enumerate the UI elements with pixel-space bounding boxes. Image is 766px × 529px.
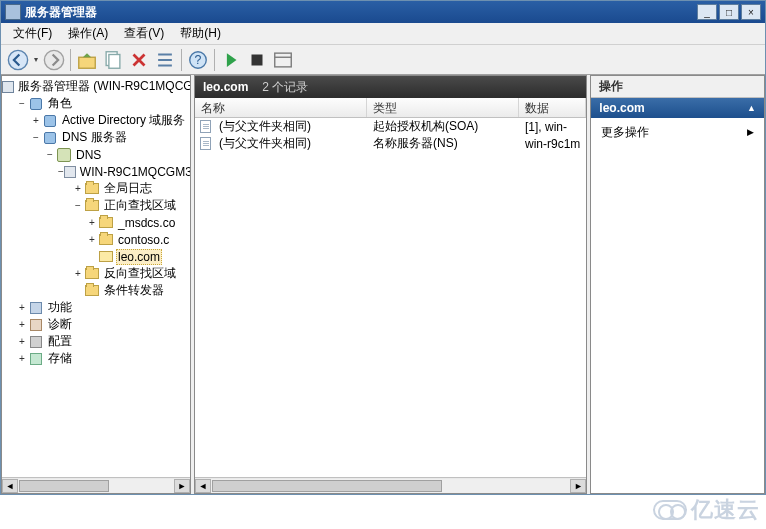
close-button[interactable]: ×	[741, 4, 761, 20]
tree-fwd-zone[interactable]: − 正向查找区域	[2, 197, 190, 214]
stop-icon	[246, 49, 268, 71]
scroll-track[interactable]	[18, 479, 174, 493]
list-item[interactable]: (与父文件夹相同) 名称服务器(NS) win-r9c1m	[195, 135, 586, 152]
filter-button[interactable]	[271, 48, 295, 72]
scroll-thumb[interactable]	[212, 480, 442, 492]
scroll-track[interactable]	[211, 479, 570, 493]
nav-tree[interactable]: 服务器管理器 (WIN-R9C1MQCGM3J) − 角色 + Active D…	[2, 76, 190, 477]
collapse-icon[interactable]: −	[30, 132, 42, 143]
expand-icon[interactable]: +	[16, 302, 28, 313]
actions-pane: 操作 leo.com ▲ 更多操作 ▶	[590, 75, 765, 494]
svg-point-0	[8, 50, 27, 69]
tree-config[interactable]: + 配置	[2, 333, 190, 350]
tree-global-log[interactable]: + 全局日志	[2, 180, 190, 197]
tree-roles[interactable]: − 角色	[2, 95, 190, 112]
expand-icon[interactable]: +	[72, 268, 84, 279]
tree-root[interactable]: 服务器管理器 (WIN-R9C1MQCGM3J)	[2, 78, 190, 95]
tree-host[interactable]: − WIN-R9C1MQCGM3J	[2, 163, 190, 180]
run-button[interactable]	[219, 48, 243, 72]
content-pane: leo.com 2 个记录 名称 类型 数据 (与父文件夹相同) 起始授权机构(…	[194, 75, 587, 494]
diagnostics-icon	[30, 319, 42, 331]
expand-icon[interactable]: +	[16, 353, 28, 364]
collapse-icon[interactable]: −	[44, 149, 56, 160]
tree-dns-server[interactable]: − DNS 服务器	[2, 129, 190, 146]
config-icon	[30, 336, 42, 348]
help-button[interactable]: ?	[186, 48, 210, 72]
expand-icon[interactable]: +	[86, 217, 98, 228]
tree-hscroll[interactable]: ◄ ►	[2, 477, 190, 493]
chevron-up-icon[interactable]: ▲	[747, 103, 756, 113]
delete-button[interactable]	[127, 48, 151, 72]
toolbar-separator	[70, 49, 71, 71]
tree-dns[interactable]: − DNS	[2, 146, 190, 163]
tree-cond-fwd[interactable]: · 条件转发器	[2, 282, 190, 299]
tree-leo[interactable]: · leo.com	[2, 248, 190, 265]
scroll-right-button[interactable]: ►	[570, 479, 586, 493]
actions-body: 更多操作 ▶	[591, 118, 764, 493]
features-icon	[30, 302, 42, 314]
list-view-button[interactable]	[153, 48, 177, 72]
tree-pane: 服务器管理器 (WIN-R9C1MQCGM3J) − 角色 + Active D…	[1, 75, 191, 494]
zone-title: leo.com	[203, 80, 248, 94]
maximize-button[interactable]: □	[719, 4, 739, 20]
server-manager-icon	[2, 81, 14, 93]
folder-icon	[85, 268, 99, 279]
nav-back-dropdown[interactable]: ▾	[31, 48, 41, 72]
expand-icon[interactable]: +	[16, 319, 28, 330]
server-icon	[64, 166, 76, 178]
list-item[interactable]: (与父文件夹相同) 起始授权机构(SOA) [1], win-	[195, 118, 586, 135]
actions-section[interactable]: leo.com ▲	[591, 98, 764, 118]
tree-root-label: 服务器管理器 (WIN-R9C1MQCGM3J)	[16, 77, 190, 96]
tree-features[interactable]: + 功能	[2, 299, 190, 316]
zone-icon	[99, 217, 113, 228]
list-body[interactable]: (与父文件夹相同) 起始授权机构(SOA) [1], win- (与父文件夹相同…	[195, 118, 586, 477]
col-name[interactable]: 名称	[195, 98, 367, 117]
titlebar[interactable]: 服务器管理器 _ □ ×	[1, 1, 765, 23]
svg-point-1	[44, 50, 63, 69]
tree-contoso[interactable]: + contoso.c	[2, 231, 190, 248]
collapse-icon[interactable]: −	[16, 98, 28, 109]
action-more-label: 更多操作	[601, 124, 649, 141]
col-type[interactable]: 类型	[367, 98, 519, 117]
nav-forward-button[interactable]	[42, 48, 66, 72]
collapse-icon[interactable]: −	[72, 200, 84, 211]
menu-view[interactable]: 查看(V)	[116, 23, 172, 44]
storage-icon	[30, 353, 42, 365]
properties-button[interactable]	[101, 48, 125, 72]
expand-icon[interactable]: +	[86, 234, 98, 245]
zone-open-icon	[99, 251, 113, 262]
scroll-left-button[interactable]: ◄	[195, 479, 211, 493]
expand-icon[interactable]: +	[72, 183, 84, 194]
tree-storage[interactable]: + 存储	[2, 350, 190, 367]
tree-ad[interactable]: + Active Directory 域服务	[2, 112, 190, 129]
expand-icon[interactable]: +	[30, 115, 42, 126]
menu-file[interactable]: 文件(F)	[5, 23, 60, 44]
toolbar-separator-2	[181, 49, 182, 71]
tree-diagnostics[interactable]: + 诊断	[2, 316, 190, 333]
zone-icon	[99, 234, 113, 245]
nav-back-button[interactable]	[6, 48, 30, 72]
up-level-button[interactable]	[75, 48, 99, 72]
stop-button[interactable]	[245, 48, 269, 72]
record-icon	[200, 137, 211, 150]
window-buttons: _ □ ×	[697, 4, 761, 20]
actions-header: 操作	[591, 76, 764, 98]
menu-action[interactable]: 操作(A)	[60, 23, 116, 44]
action-more[interactable]: 更多操作 ▶	[591, 122, 764, 142]
roles-icon	[30, 98, 42, 110]
minimize-button[interactable]: _	[697, 4, 717, 20]
main-body: 服务器管理器 (WIN-R9C1MQCGM3J) − 角色 + Active D…	[1, 75, 765, 494]
expand-icon[interactable]: +	[16, 336, 28, 347]
tree-rev-zone[interactable]: + 反向查找区域	[2, 265, 190, 282]
tree-msdcs[interactable]: + _msdcs.co	[2, 214, 190, 231]
folder-icon	[85, 285, 99, 296]
app-icon	[5, 4, 21, 20]
scroll-thumb[interactable]	[19, 480, 109, 492]
scroll-left-button[interactable]: ◄	[2, 479, 18, 493]
menu-help[interactable]: 帮助(H)	[172, 23, 229, 44]
col-data[interactable]: 数据	[519, 98, 586, 117]
folder-icon	[85, 200, 99, 211]
scroll-right-button[interactable]: ►	[174, 479, 190, 493]
sheets-icon	[102, 49, 124, 71]
list-hscroll[interactable]: ◄ ►	[195, 477, 586, 493]
